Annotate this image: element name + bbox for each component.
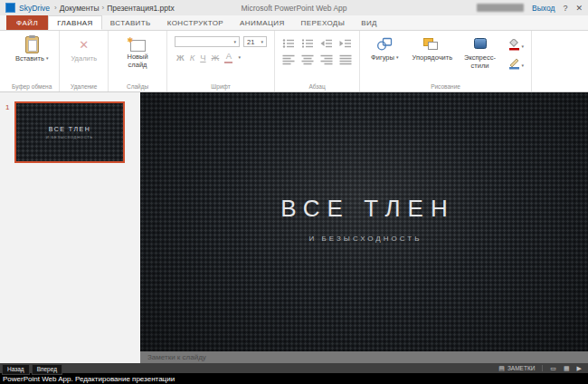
clipboard-group-label: Буфер обмена bbox=[5, 83, 59, 90]
align-center-button[interactable] bbox=[301, 54, 314, 65]
slide-title-textbox[interactable]: ВСЕ ТЛЕН bbox=[273, 195, 454, 223]
tab-transitions[interactable]: ПЕРЕХОДЫ bbox=[293, 15, 354, 30]
breadcrumb-separator: › bbox=[54, 4, 57, 12]
font-group: ▾ 21 ▾ Ж К Ч Ж А ▾ bbox=[167, 31, 275, 91]
shapes-icon bbox=[376, 37, 393, 53]
delete-label: Удалить bbox=[71, 54, 97, 62]
slide-number: 1 bbox=[5, 103, 9, 111]
slide-canvas[interactable]: ВСЕ ТЛЕН И БЕЗЫСХОДНОСТЬ bbox=[140, 92, 588, 351]
drawing-group: Фигуры ▾ Упорядочить Экспресс-стили bbox=[360, 31, 532, 91]
shape-fill-button[interactable]: ▾ bbox=[508, 38, 525, 54]
skydrive-link[interactable]: SkyDrive bbox=[19, 4, 50, 13]
ribbon: Вставить ▾ Буфер обмена ✕ Удалить Удален… bbox=[0, 31, 588, 92]
app-title: Microsoft PowerPoint Web App bbox=[241, 4, 346, 13]
close-icon[interactable]: ✕ bbox=[575, 4, 583, 13]
tab-file[interactable]: ФАЙЛ bbox=[6, 15, 48, 30]
ribbon-tab-bar: ФАЙЛ ГЛАВНАЯ ВСТАВИТЬ КОНСТРУКТОР АНИМАЦ… bbox=[0, 15, 588, 31]
font-group-label: Шрифт bbox=[167, 83, 274, 90]
align-left-button[interactable] bbox=[282, 54, 295, 65]
forward-button[interactable]: Вперед bbox=[32, 364, 62, 375]
font-size-value: 21 bbox=[247, 38, 254, 46]
notes-placeholder: Заметки к слайду bbox=[147, 353, 206, 361]
font-color-button[interactable]: А bbox=[224, 52, 232, 63]
clipboard-group: Вставить ▾ Буфер обмена bbox=[5, 31, 60, 91]
quick-styles-icon bbox=[472, 37, 488, 53]
tab-insert[interactable]: ВСТАВИТЬ bbox=[102, 15, 159, 30]
tab-animations[interactable]: АНИМАЦИЯ bbox=[232, 15, 293, 30]
arrange-button[interactable]: Упорядочить bbox=[409, 36, 452, 63]
chevron-down-icon: ▾ bbox=[522, 62, 525, 68]
paste-icon bbox=[25, 36, 39, 53]
breadcrumb-documents[interactable]: Документы bbox=[60, 4, 100, 13]
justify-button[interactable] bbox=[339, 54, 352, 65]
paragraph-group-label: Абзац bbox=[275, 83, 359, 90]
slide-subtitle-textbox[interactable]: И БЕЗЫСХОДНОСТЬ bbox=[307, 235, 422, 243]
notes-toggle-button[interactable]: ▤ ЗАМЕТКИ bbox=[498, 365, 535, 372]
underline-button[interactable]: Ч bbox=[200, 53, 205, 62]
font-color-swatch bbox=[224, 62, 232, 63]
new-slide-star-icon: ✱ bbox=[128, 36, 134, 44]
decrease-indent-button[interactable] bbox=[320, 38, 333, 49]
thumbnail-subtitle-text: И БЕЗЫСХОДНОСТЬ bbox=[46, 135, 93, 139]
paragraph-group: Абзац bbox=[275, 31, 360, 91]
slides-group: ✱ Новый слайд Слайды bbox=[109, 31, 167, 91]
slides-group-label: Слайды bbox=[109, 83, 166, 90]
font-size-combobox[interactable]: 21 ▾ bbox=[243, 36, 267, 47]
arrange-icon bbox=[422, 37, 439, 53]
tutorial-nav: Назад Вперед bbox=[2, 364, 62, 375]
increase-indent-button[interactable] bbox=[339, 38, 352, 49]
paste-button[interactable]: Вставить ▾ bbox=[12, 35, 52, 64]
caption-text: PowerPoint Web App. Редактирование презе… bbox=[3, 375, 175, 383]
tab-design[interactable]: КОНСТРУКТОР bbox=[159, 15, 232, 30]
paste-label: Вставить bbox=[15, 54, 44, 62]
notes-icon: ▤ bbox=[498, 365, 505, 372]
new-slide-icon: ✱ bbox=[130, 40, 146, 52]
chevron-down-icon: ▾ bbox=[522, 43, 525, 49]
deletion-group: ✕ Удалить Удаление bbox=[60, 31, 109, 91]
chevron-down-icon: ▾ bbox=[238, 54, 241, 60]
bullets-button[interactable] bbox=[282, 38, 295, 49]
slide-thumbnail-selected[interactable]: ВСЕ ТЛЕН И БЕЗЫСХОДНОСТЬ bbox=[14, 101, 125, 163]
shapes-button[interactable]: Фигуры ▾ bbox=[367, 36, 402, 63]
slide-thumbnail-panel: 1 ВСЕ ТЛЕН И БЕЗЫСХОДНОСТЬ bbox=[0, 92, 140, 363]
numbering-button[interactable] bbox=[301, 38, 314, 49]
slide-text-block: ВСЕ ТЛЕН И БЕЗЫСХОДНОСТЬ bbox=[140, 92, 588, 348]
top-bar-right: Выход ? ✕ bbox=[477, 4, 583, 13]
quick-styles-label: Экспресс-стили bbox=[462, 54, 498, 70]
delete-button[interactable]: ✕ Удалить bbox=[67, 35, 100, 64]
normal-view-button[interactable]: ▭ bbox=[550, 365, 556, 372]
shape-outline-button[interactable]: ▾ bbox=[508, 57, 525, 73]
new-slide-button[interactable]: ✱ Новый слайд bbox=[116, 35, 159, 70]
breadcrumb-filename[interactable]: Презентация1.pptx bbox=[107, 4, 175, 13]
notes-toggle-label: ЗАМЕТКИ bbox=[507, 365, 535, 371]
font-name-combobox[interactable]: ▾ bbox=[175, 36, 240, 47]
back-button[interactable]: Назад bbox=[2, 364, 30, 375]
tab-view[interactable]: ВИД bbox=[353, 15, 385, 30]
bold-button[interactable]: Ж bbox=[176, 53, 185, 62]
chevron-down-icon: ▾ bbox=[46, 55, 49, 61]
align-right-button[interactable] bbox=[320, 54, 333, 65]
notes-pane[interactable]: Заметки к слайду bbox=[140, 351, 588, 363]
font-color-letter: А bbox=[226, 52, 232, 61]
chevron-down-icon: ▾ bbox=[234, 39, 237, 44]
powerpoint-web-app: SkyDrive › Документы › Презентация1.pptx… bbox=[0, 0, 588, 384]
skydrive-logo-icon bbox=[5, 3, 15, 13]
status-bar: ▤ ЗАМЕТКИ ▭ ▦ ▶ bbox=[0, 363, 588, 373]
arrange-label: Упорядочить bbox=[413, 54, 449, 62]
shape-outline-icon bbox=[508, 57, 520, 73]
caption-bar: PowerPoint Web App. Редактирование презе… bbox=[0, 373, 588, 384]
italic-button[interactable]: К bbox=[190, 53, 195, 62]
new-slide-label: Новый слайд bbox=[119, 53, 156, 69]
strikethrough-button[interactable]: Ж bbox=[212, 53, 220, 62]
thumbnail-title-text: ВСЕ ТЛЕН bbox=[49, 126, 91, 132]
breadcrumb-separator: › bbox=[102, 4, 105, 12]
quick-styles-button[interactable]: Экспресс-стили bbox=[459, 36, 502, 71]
chevron-down-icon: ▾ bbox=[261, 39, 264, 44]
deletion-group-label: Удаление bbox=[60, 83, 108, 90]
top-bar: SkyDrive › Документы › Презентация1.pptx… bbox=[0, 0, 588, 15]
tab-home[interactable]: ГЛАВНАЯ bbox=[48, 15, 102, 30]
sign-out-link[interactable]: Выход bbox=[532, 4, 555, 13]
help-icon[interactable]: ? bbox=[563, 4, 567, 13]
slideshow-button[interactable]: ▶ bbox=[577, 365, 582, 372]
grid-view-button[interactable]: ▦ bbox=[564, 365, 570, 372]
